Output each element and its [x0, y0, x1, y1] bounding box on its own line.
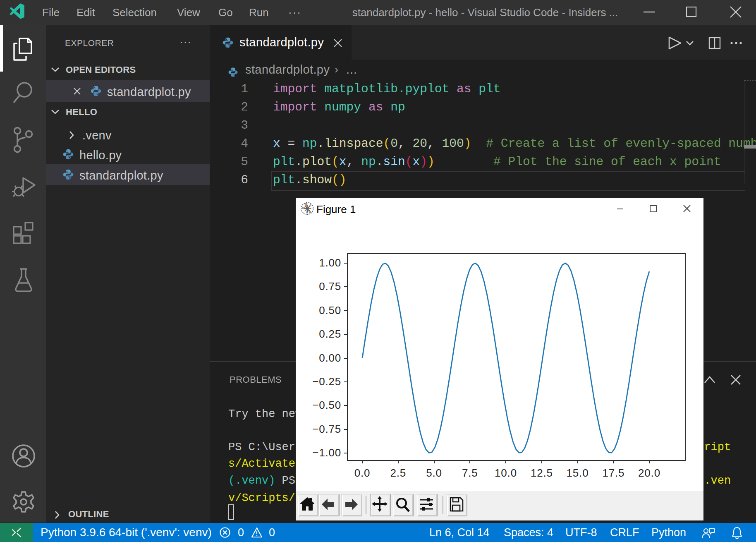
svg-text:1.00: 1.00 — [319, 257, 341, 269]
svg-text:0.50: 0.50 — [319, 304, 341, 317]
svg-text:15.0: 15.0 — [567, 467, 589, 479]
svg-text:2.5: 2.5 — [390, 467, 407, 479]
svg-text:0.0: 0.0 — [354, 467, 371, 479]
svg-text:0.25: 0.25 — [319, 328, 341, 340]
svg-text:7.5: 7.5 — [462, 467, 478, 479]
svg-text:−0.25: −0.25 — [312, 375, 341, 388]
svg-text:12.5: 12.5 — [531, 467, 553, 479]
svg-text:20.0: 20.0 — [638, 467, 660, 479]
svg-text:0.75: 0.75 — [319, 280, 341, 293]
svg-text:−0.75: −0.75 — [312, 423, 341, 435]
svg-text:−1.00: −1.00 — [312, 446, 341, 459]
svg-text:10.0: 10.0 — [495, 467, 517, 479]
svg-text:17.5: 17.5 — [602, 467, 624, 479]
svg-text:−0.50: −0.50 — [312, 399, 341, 411]
svg-text:5.0: 5.0 — [426, 467, 442, 479]
svg-text:0.00: 0.00 — [319, 352, 341, 364]
